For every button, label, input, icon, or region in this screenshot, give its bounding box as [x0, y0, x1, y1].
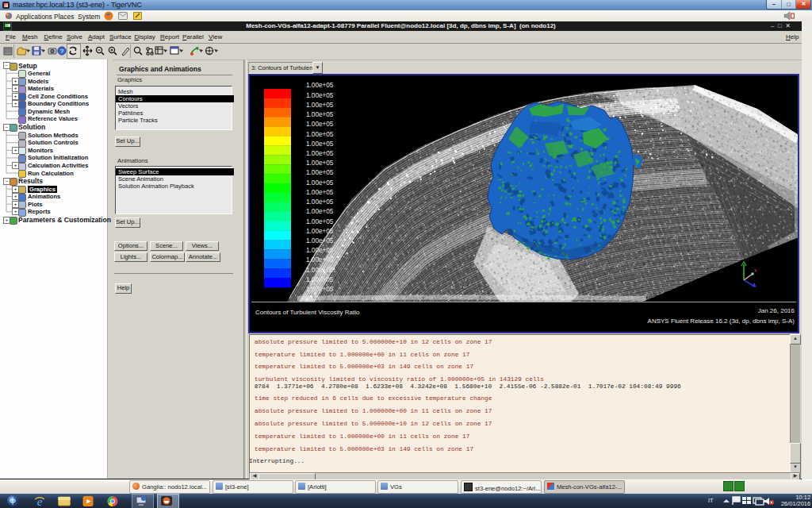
svg-text:1.00e+05: 1.00e+05 — [306, 92, 334, 99]
svg-text:1.00e+05: 1.00e+05 — [306, 131, 334, 138]
svg-text:1.00e+05: 1.00e+05 — [306, 160, 334, 167]
svg-text:1.00e+05: 1.00e+05 — [306, 102, 334, 109]
svg-text:1.00e+05: 1.00e+05 — [306, 267, 334, 274]
svg-text:1.00e+05: 1.00e+05 — [306, 140, 334, 148]
svg-text:1.00e+05: 1.00e+05 — [306, 189, 334, 196]
svg-text:1.00e+05: 1.00e+05 — [306, 179, 334, 187]
svg-text:1.00e+05: 1.00e+05 — [306, 198, 334, 206]
svg-text:Jan 26, 2016: Jan 26, 2016 — [758, 307, 795, 314]
svg-text:1.00e+05: 1.00e+05 — [306, 111, 334, 118]
svg-text:1.00e+05: 1.00e+05 — [306, 169, 334, 176]
svg-text:1.00e+05: 1.00e+05 — [306, 82, 334, 89]
svg-text:Contours of Turbulent Viscosit: Contours of Turbulent Viscosity Ratio — [255, 309, 360, 316]
svg-text:x: x — [754, 267, 757, 273]
svg-text:1.00e+05: 1.00e+05 — [306, 121, 334, 128]
svg-text:1.00e+05: 1.00e+05 — [306, 208, 334, 215]
svg-text:1.00e+05: 1.00e+05 — [306, 247, 334, 254]
svg-text:1.00e+05: 1.00e+05 — [306, 228, 334, 235]
svg-text:1.00e+05: 1.00e+05 — [306, 237, 334, 244]
svg-text:1.00e+05: 1.00e+05 — [306, 276, 334, 283]
svg-text:ANSYS Fluent Release 16.2 (3d,: ANSYS Fluent Release 16.2 (3d, dp, dbns … — [648, 318, 795, 325]
svg-text:1.00e+05: 1.00e+05 — [306, 218, 334, 225]
svg-text:1.00e+05: 1.00e+05 — [306, 286, 334, 293]
svg-text:1.00e+05: 1.00e+05 — [306, 150, 334, 157]
svg-text:?: ? — [60, 48, 64, 55]
svg-text:1.00e+05: 1.00e+05 — [306, 256, 334, 264]
